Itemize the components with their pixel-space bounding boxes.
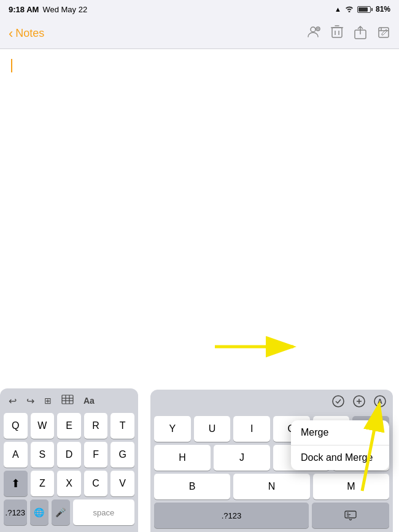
nav-actions <box>306 25 390 43</box>
key-row-bottom-left: .?123 🌐 🎤 space <box>4 499 134 525</box>
key-I[interactable]: I <box>233 416 270 442</box>
key-Z[interactable]: Z <box>31 471 55 496</box>
text-cursor <box>11 59 12 72</box>
text-format-circle-icon[interactable]: A <box>373 395 387 411</box>
right-bottom-row: .?123 <box>154 503 389 528</box>
merge-option[interactable]: Merge <box>291 420 389 445</box>
right-numbers-key[interactable]: .?123 <box>154 503 309 528</box>
trash-icon[interactable] <box>330 25 344 42</box>
nav-bar: ‹ Notes <box>0 18 399 49</box>
key-Y[interactable]: Y <box>154 416 191 442</box>
keyboard-left: ↩ ↪ ⊞ Aa Q W E R T A S D F G <box>0 388 138 532</box>
table-button[interactable] <box>59 393 76 408</box>
globe-key[interactable]: 🌐 <box>30 499 48 525</box>
keyboard-left-toolbar: ↩ ↪ ⊞ Aa <box>4 393 134 408</box>
status-date: Wed May 22 <box>42 5 87 14</box>
key-row-1: Q W E R T <box>4 413 134 439</box>
undo-button[interactable]: ↩ <box>6 394 19 408</box>
key-B[interactable]: B <box>154 474 230 499</box>
keyboard-dismiss-key[interactable] <box>312 503 389 528</box>
key-N[interactable]: N <box>233 474 309 499</box>
signal-icon: ▲ <box>335 6 341 13</box>
shift-key[interactable]: ⬆ <box>4 471 28 496</box>
status-bar: 9:18 AM Wed May 22 ▲ 81% <box>0 0 399 18</box>
svg-point-0 <box>311 27 316 32</box>
key-E[interactable]: E <box>57 413 81 439</box>
key-W[interactable]: W <box>31 413 55 439</box>
paste-button[interactable]: ⊞ <box>42 395 54 407</box>
back-label: Notes <box>15 27 44 40</box>
key-D[interactable]: D <box>57 442 81 468</box>
svg-rect-4 <box>332 28 342 37</box>
key-A[interactable]: A <box>4 442 28 468</box>
right-key-row-3: B N M <box>154 474 389 499</box>
svg-text:A: A <box>378 398 382 405</box>
redo-button[interactable]: ↪ <box>24 394 37 408</box>
status-time-area: 9:18 AM Wed May 22 <box>9 5 87 14</box>
back-button[interactable]: ‹ Notes <box>9 27 44 40</box>
key-V[interactable]: V <box>110 471 134 496</box>
key-row-3: ⬆ Z X C V <box>4 471 134 496</box>
key-row-2: A S D F G <box>4 442 134 468</box>
checkmark-circle-icon[interactable] <box>331 395 345 411</box>
key-C[interactable]: C <box>84 471 108 496</box>
key-Q[interactable]: Q <box>4 413 28 439</box>
chevron-left-icon: ‹ <box>9 27 13 40</box>
svg-rect-14 <box>62 395 73 404</box>
key-G[interactable]: G <box>110 442 134 468</box>
svg-rect-11 <box>379 28 389 37</box>
key-R[interactable]: R <box>84 413 108 439</box>
merge-popup: Merge Dock and Merge <box>291 420 389 470</box>
collaboration-icon[interactable] <box>306 25 320 43</box>
compose-icon[interactable] <box>377 26 390 42</box>
key-X[interactable]: X <box>57 471 81 496</box>
plus-circle-icon[interactable] <box>352 395 366 411</box>
status-icons: ▲ 81% <box>335 5 390 14</box>
key-T[interactable]: T <box>110 413 134 439</box>
key-S[interactable]: S <box>31 442 55 468</box>
dock-and-merge-option[interactable]: Dock and Merge <box>291 445 389 470</box>
keyboard-right: A Y U I O P ⌫ H J K L B N M .?123 <box>150 390 393 532</box>
format-button[interactable]: Aa <box>81 395 97 407</box>
battery-icon <box>357 6 373 13</box>
space-key[interactable]: space <box>73 499 134 525</box>
key-J[interactable]: J <box>214 445 270 471</box>
mic-key[interactable]: 🎤 <box>52 499 70 525</box>
numbers-key[interactable]: .?123 <box>4 499 27 525</box>
key-H[interactable]: H <box>154 445 211 471</box>
share-icon[interactable] <box>354 25 367 42</box>
key-U[interactable]: U <box>194 416 231 442</box>
keyboard-area: ↩ ↪ ⊞ Aa Q W E R T A S D F G <box>0 360 399 532</box>
wifi-icon <box>344 5 354 14</box>
status-time: 9:18 AM <box>9 5 39 14</box>
key-M[interactable]: M <box>313 474 389 499</box>
keyboard-right-toolbar: A <box>154 395 389 411</box>
battery-percent: 81% <box>376 5 390 13</box>
key-F[interactable]: F <box>84 442 108 468</box>
svg-point-19 <box>333 396 344 407</box>
